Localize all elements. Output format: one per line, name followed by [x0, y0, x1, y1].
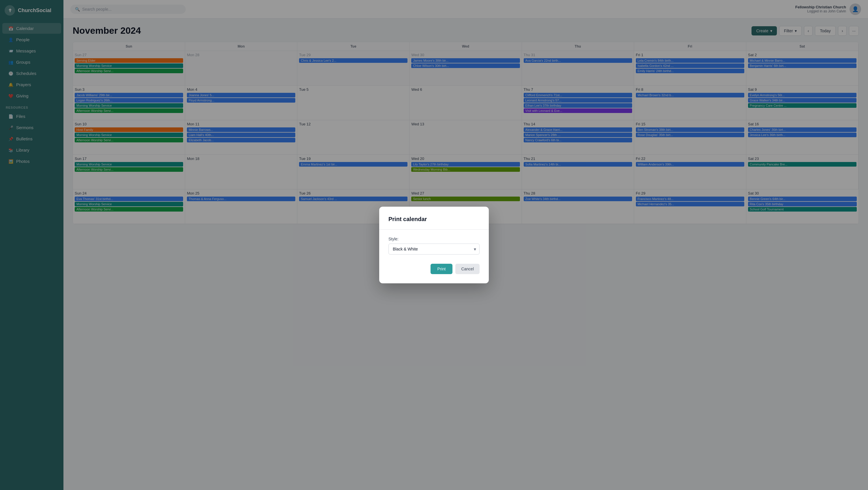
print-button[interactable]: Print — [431, 264, 453, 274]
style-select[interactable]: Black & White Color — [389, 243, 479, 255]
modal-divider — [379, 229, 489, 230]
style-select-wrapper: Black & White Color ▾ — [389, 243, 479, 255]
style-label: Style: — [389, 237, 479, 241]
chevron-down-icon: ▾ — [474, 247, 476, 252]
cancel-button[interactable]: Cancel — [455, 264, 479, 274]
modal-actions: Print Cancel — [389, 264, 479, 274]
modal-overlay[interactable]: Print calendar Style: Black & White Colo… — [0, 0, 868, 490]
modal-title: Print calendar — [389, 216, 479, 223]
print-calendar-modal: Print calendar Style: Black & White Colo… — [379, 207, 489, 283]
